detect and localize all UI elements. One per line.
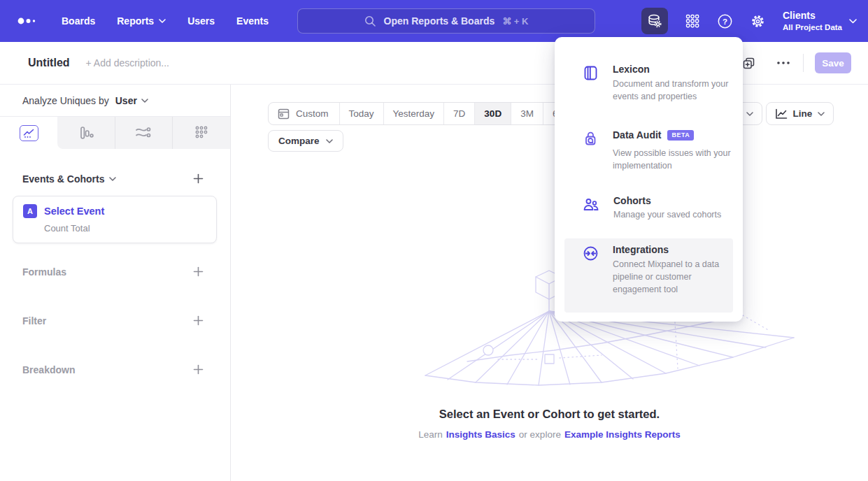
chevron-down-icon	[159, 19, 166, 23]
gear-icon	[750, 13, 766, 29]
cohorts-users-icon	[583, 196, 599, 230]
header-actions: Save	[738, 52, 851, 74]
chevron-down-icon	[849, 19, 857, 24]
search-shortcut: ⌘ + K	[502, 16, 528, 27]
menu-item-description: Manage your saved cohorts	[613, 208, 734, 221]
add-event-button[interactable]	[192, 172, 205, 185]
more-options-button[interactable]	[772, 57, 795, 69]
ellipsis-icon	[776, 61, 790, 65]
calendar-icon	[278, 108, 290, 120]
apps-grid-button[interactable]	[685, 13, 700, 29]
plus-icon	[193, 173, 204, 184]
mixpanel-logo-icon[interactable]	[17, 16, 39, 26]
nav-link-boards[interactable]: Boards	[62, 15, 95, 27]
add-filter-button[interactable]	[192, 314, 205, 327]
empty-state-headline: Select an Event or Cohort to get started…	[231, 408, 868, 421]
count-total-label[interactable]: Count Total	[44, 223, 206, 234]
plus-icon	[193, 364, 204, 375]
nav-link-events[interactable]: Events	[236, 15, 269, 27]
copy-plus-icon	[742, 57, 755, 70]
menu-item-integrations[interactable]: Integrations Connect Mixpanel to a data …	[564, 238, 733, 313]
analyze-uniques-row: Analyze Uniques by User	[0, 85, 230, 116]
visualization-tabs	[0, 116, 230, 149]
report-title[interactable]: Untitled	[28, 57, 70, 69]
or-explore-text: or explore	[519, 429, 561, 440]
events-cohorts-header-row: Events & Cohorts	[22, 172, 205, 185]
chevron-down-icon	[326, 139, 333, 143]
example-insights-reports-link[interactable]: Example Insights Reports	[564, 429, 681, 440]
viz-tab-flow[interactable]	[115, 117, 173, 149]
date-range-today[interactable]: Today	[339, 103, 383, 124]
top-nav: Boards Reports Users Events Open Reports…	[0, 0, 868, 42]
help-button[interactable]: ?	[717, 13, 733, 29]
menu-item-lexicon[interactable]: Lexicon Document and transform your even…	[564, 58, 733, 122]
date-range-yesterday[interactable]: Yesterday	[383, 103, 444, 124]
select-event-label[interactable]: Select Event	[44, 206, 104, 217]
menu-item-data-audit[interactable]: Data Audit BETA View possible issues wit…	[564, 124, 733, 191]
viz-tab-scatter[interactable]	[173, 117, 230, 149]
chevron-down-icon	[818, 112, 825, 116]
grid-icon	[685, 13, 700, 29]
date-range-7d[interactable]: 7D	[443, 103, 474, 124]
filter-section: Filter	[22, 314, 205, 327]
database-gear-icon	[647, 13, 662, 29]
menu-item-title: Cohorts	[613, 195, 734, 206]
search-placeholder: Open Reports & Boards	[384, 15, 495, 27]
data-tools-button[interactable]	[641, 8, 668, 34]
filter-label: Filter	[22, 315, 46, 326]
divider	[803, 54, 804, 72]
analyze-value-dropdown[interactable]: User	[115, 95, 148, 106]
account-project: All Project Data	[783, 22, 842, 32]
event-series-badge: A	[23, 204, 37, 218]
insights-basics-link[interactable]: Insights Basics	[446, 429, 515, 440]
chart-type-dropdown[interactable]: Line	[766, 102, 834, 125]
nav-link-users[interactable]: Users	[187, 15, 215, 27]
viz-tab-bar[interactable]	[57, 117, 115, 149]
nav-link-reports[interactable]: Reports	[117, 15, 166, 27]
date-range-custom[interactable]: Custom	[269, 103, 339, 124]
menu-item-title: Data Audit	[613, 129, 661, 141]
menu-item-description: View possible issues with your implement…	[613, 147, 733, 172]
menu-item-description: Document and transform your events and p…	[613, 78, 733, 103]
account-switcher[interactable]: Clients All Project Data	[783, 10, 857, 32]
events-cohorts-header[interactable]: Events & Cohorts	[22, 173, 116, 185]
menu-item-title: Lexicon	[613, 64, 733, 75]
add-description-field[interactable]: + Add description...	[86, 57, 169, 69]
query-builder-sidebar: Analyze Uniques by User	[0, 85, 231, 481]
nav-links: Boards Reports Users Events	[62, 15, 269, 27]
date-range-3m[interactable]: 3M	[511, 103, 543, 124]
select-event-card[interactable]: A Select Event Count Total	[13, 196, 217, 243]
settings-button[interactable]	[750, 13, 766, 29]
viz-tab-insights[interactable]	[0, 117, 57, 149]
plus-icon	[193, 266, 204, 277]
menu-item-description: Connect Mixpanel to a data pipeline or c…	[613, 258, 733, 296]
search-icon	[364, 15, 376, 27]
save-button[interactable]: Save	[815, 52, 851, 73]
breakdown-section: Breakdown	[22, 363, 205, 376]
line-chart-icon	[775, 108, 788, 120]
global-search-input[interactable]: Open Reports & Boards ⌘ + K	[297, 8, 595, 34]
line-chart-icon	[20, 125, 38, 141]
data-audit-icon	[583, 131, 599, 185]
add-breakdown-button[interactable]	[192, 363, 205, 376]
add-formula-button[interactable]	[192, 265, 205, 278]
bar-chart-icon	[78, 125, 94, 141]
menu-item-cohorts[interactable]: Cohorts Manage your saved cohorts	[564, 189, 733, 236]
beta-badge: BETA	[667, 130, 694, 141]
compare-dropdown[interactable]: Compare	[268, 130, 343, 152]
scatter-dots-icon	[194, 125, 209, 141]
chevron-down-icon	[141, 99, 148, 103]
data-tools-menu: Lexicon Document and transform your even…	[555, 37, 743, 322]
svg-text:?: ?	[723, 17, 727, 25]
formulas-section: Formulas	[22, 265, 205, 278]
date-range-control: Custom Today Yesterday 7D 30D 3M 6M	[268, 102, 576, 125]
empty-state-links: Learn Insights Basics or explore Example…	[231, 429, 868, 440]
nav-right-cluster: ? Clients All Project Data	[641, 0, 857, 42]
formulas-label: Formulas	[22, 266, 66, 278]
integrations-icon	[583, 245, 599, 307]
menu-item-title: Integrations	[613, 244, 733, 255]
chevron-down-icon	[109, 177, 116, 181]
chevron-down-icon	[746, 112, 753, 116]
date-range-30d[interactable]: 30D	[474, 103, 511, 124]
breakdown-label: Breakdown	[22, 364, 75, 375]
